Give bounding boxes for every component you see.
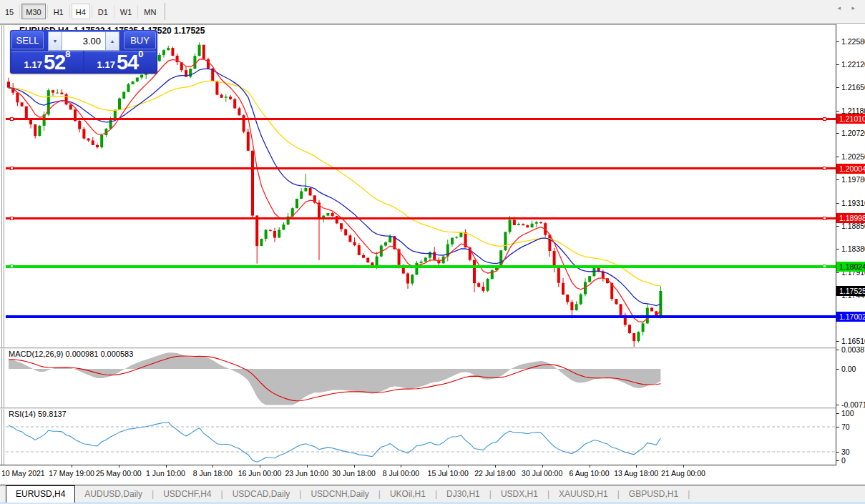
axis-tick xyxy=(836,341,839,342)
line-price-label: 1.20004 xyxy=(836,164,865,174)
lot-size-stepper: ▼ 3.00 ▲ xyxy=(48,31,119,51)
timeframe-button-w1[interactable]: W1 xyxy=(116,4,137,19)
axis-tick xyxy=(836,405,839,405)
axis-tick xyxy=(836,413,839,414)
candlestick-chart xyxy=(6,27,836,347)
chart-tab-bar: EURUSD,H4AUDUSD,Daily|USDCHF,H4|USDCAD,D… xyxy=(0,485,865,502)
time-axis-tick xyxy=(260,465,260,468)
axis-tick xyxy=(836,272,839,273)
sell-price-sup: 8 xyxy=(65,44,70,65)
line-anchor[interactable] xyxy=(823,117,826,121)
sell-price[interactable]: 1.17 52 8 xyxy=(11,51,83,72)
chart-tab-audusd[interactable]: AUDUSD,Daily xyxy=(75,487,152,502)
chart-tab-usdx[interactable]: USDX,H1 xyxy=(492,487,547,502)
time-axis-tick xyxy=(307,465,308,468)
axis-tick xyxy=(836,369,839,370)
axis-tick xyxy=(836,226,839,227)
line-price-label: 1.17002 xyxy=(836,312,865,322)
buy-price-big: 54 xyxy=(117,53,138,71)
lot-decrease-button[interactable]: ▼ xyxy=(48,31,62,51)
macd-tick-label: 0.00 xyxy=(841,365,856,373)
rsi-panel[interactable]: RSI(14) 59.8137 xyxy=(6,409,836,465)
horizontal-line[interactable] xyxy=(6,118,836,120)
time-axis-tick xyxy=(636,465,637,468)
buy-price-prefix: 1.17 xyxy=(97,59,115,71)
time-tick-label: 8 Jun 18:00 xyxy=(193,469,233,478)
rsi-plot xyxy=(6,409,836,465)
rsi-label: RSI(14) 59.8137 xyxy=(9,410,67,418)
macd-tick-label: -0.00719 xyxy=(841,400,865,409)
price-tick-label: 1.20720 xyxy=(841,129,865,137)
rsi-tick-label: 70 xyxy=(841,423,850,431)
timeframe-button-m30[interactable]: M30 xyxy=(21,4,45,19)
time-tick-label: 17 May 19:00 xyxy=(49,469,94,478)
line-anchor[interactable] xyxy=(10,265,14,268)
tab-separator: | xyxy=(688,487,690,502)
line-anchor[interactable] xyxy=(823,167,826,170)
macd-label: MACD(12,26,9) 0.000981 0.000583 xyxy=(9,350,133,358)
buy-price-sup: 0 xyxy=(138,44,143,65)
axis-tick xyxy=(836,41,839,42)
line-anchor[interactable] xyxy=(10,217,14,220)
chart-tab-eurusd[interactable]: EURUSD,H4 xyxy=(6,485,75,503)
price-tick-label: 1.20250 xyxy=(841,152,865,161)
line-anchor[interactable] xyxy=(823,217,826,220)
chart-tab-usdcad[interactable]: USDCAD,Daily xyxy=(223,487,300,502)
toolbar-separator xyxy=(69,5,70,18)
time-tick-label: 16 Jun 00:00 xyxy=(238,469,282,478)
horizontal-line[interactable] xyxy=(6,265,836,268)
buy-price[interactable]: 1.17 54 0 xyxy=(84,51,156,72)
price-chart-area[interactable] xyxy=(6,27,836,347)
time-axis-tick xyxy=(542,465,543,468)
tab-scroll-right-icon[interactable]: ▸ xyxy=(851,4,855,11)
horizontal-line[interactable] xyxy=(6,167,836,169)
current-price-label: 1.17525 xyxy=(836,286,865,296)
chart-tab-usdchf[interactable]: USDCHF,H4 xyxy=(154,487,220,502)
axis-tick xyxy=(836,203,839,204)
time-axis-tick xyxy=(72,465,72,468)
line-anchor[interactable] xyxy=(10,167,14,170)
time-tick-label: 23 Jun 10:00 xyxy=(285,469,328,478)
timeframe-button-d1[interactable]: D1 xyxy=(94,4,112,19)
rsi-tick-label: 100 xyxy=(841,409,854,417)
lot-increase-button[interactable]: ▲ xyxy=(105,31,119,51)
chart-tab-dj30[interactable]: DJ30,H1 xyxy=(437,487,489,502)
horizontal-line[interactable] xyxy=(6,217,836,219)
line-anchor[interactable] xyxy=(10,117,14,121)
axis-tick xyxy=(836,133,839,134)
chart-tab-ukoil[interactable]: UKOil,H1 xyxy=(381,487,435,502)
time-tick-label: 30 Jul 00:00 xyxy=(522,469,562,478)
sell-price-prefix: 1.17 xyxy=(24,59,42,71)
timeframe-button-15[interactable]: 15 xyxy=(1,4,18,19)
toolbar-separator xyxy=(165,3,165,20)
time-axis-tick xyxy=(448,465,449,468)
time-axis-tick xyxy=(166,465,167,468)
price-axis[interactable]: 1.210101.200041.189981.180241.170021.225… xyxy=(836,24,865,465)
time-tick-label: 15 Jul 10:00 xyxy=(428,469,469,478)
horizontal-line[interactable] xyxy=(6,315,836,318)
time-tick-label: 13 Aug 18:00 xyxy=(614,469,658,478)
price-tick-label: 1.18380 xyxy=(841,244,865,253)
price-tick-label: 1.19310 xyxy=(841,199,865,207)
tab-scroll-left-icon[interactable]: ◂ xyxy=(837,4,841,11)
chart-window-border-left xyxy=(1,24,2,485)
timeframe-button-mn[interactable]: MN xyxy=(140,4,160,19)
sell-price-big: 52 xyxy=(44,53,65,71)
time-axis[interactable]: 10 May 202117 May 19:0025 May 00:001 Jun… xyxy=(0,465,865,484)
line-price-label: 1.21010 xyxy=(836,114,865,124)
chart-tab-xauusd[interactable]: XAUUSD,H1 xyxy=(549,487,617,502)
macd-panel[interactable]: MACD(12,26,9) 0.000981 0.000583 xyxy=(6,349,836,407)
chart-tab-usdcnh[interactable]: USDCNH,Daily xyxy=(301,487,378,502)
chart-tab-gbpusd[interactable]: GBPUSD,H1 xyxy=(620,487,688,502)
axis-tick xyxy=(836,111,839,112)
sell-button[interactable]: SELL xyxy=(11,31,44,49)
rsi-value: 59.8137 xyxy=(38,410,67,418)
timeframe-button-h4[interactable]: H4 xyxy=(72,4,90,19)
line-anchor[interactable] xyxy=(823,265,826,268)
toolbar-separator xyxy=(92,5,92,18)
axis-tick xyxy=(836,249,839,249)
timeframe-button-h1[interactable]: H1 xyxy=(49,4,68,19)
price-tick-label: 1.16510 xyxy=(841,337,865,345)
time-tick-label: 22 Jul 18:00 xyxy=(474,469,515,478)
time-axis-tick xyxy=(683,465,684,468)
